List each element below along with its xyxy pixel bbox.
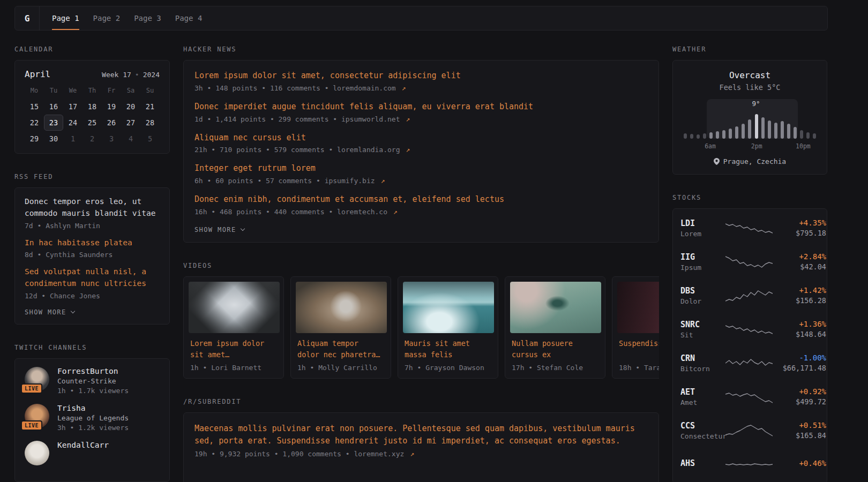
video-thumbnail[interactable]: [189, 282, 280, 333]
rss-widget-title: RSS FEED: [14, 173, 170, 180]
page-tab[interactable]: Page 2: [93, 6, 121, 30]
external-link-icon[interactable]: ↗: [380, 177, 385, 185]
calendar-day[interactable]: 24: [63, 115, 83, 131]
calendar-widget-title: CALENDAR: [14, 46, 170, 53]
external-link-icon[interactable]: ↗: [406, 146, 410, 154]
rss-show-more-button[interactable]: SHOW MORE: [25, 307, 74, 317]
external-link-icon[interactable]: ↗: [410, 450, 414, 458]
weather-bar: [729, 129, 732, 139]
subreddit-item-title[interactable]: Maecenas mollis pulvinar erat non posuer…: [194, 423, 648, 448]
calendar-day[interactable]: 28: [140, 115, 160, 131]
left-column: CALENDAR April Week 17 • 2024 MoTuWeThFr…: [14, 46, 170, 482]
weather-bar: [684, 133, 687, 139]
channel-name[interactable]: KendallCarr: [57, 441, 109, 449]
channel-name[interactable]: ForrestBurton: [57, 367, 129, 375]
time-label: 2pm: [751, 142, 762, 150]
calendar-day[interactable]: 1: [63, 131, 83, 147]
calendar-day[interactable]: 27: [121, 115, 140, 131]
hackernews-item-meta-text: 21h • 710 points • 579 comments • loreml…: [194, 146, 400, 154]
stock-id: IIG Ipsum: [680, 252, 725, 272]
stock-values: +2.84% $42.04: [773, 252, 826, 271]
app-logo[interactable]: G: [15, 6, 40, 30]
hackernews-item-title[interactable]: Aliquam nec cursus elit: [194, 132, 648, 144]
stock-id: CRN Bitcorn: [680, 353, 725, 373]
stock-row[interactable]: CCS Consectetur +0.51% $165.84: [680, 413, 819, 447]
stock-name: Sit: [680, 331, 725, 339]
stocks-widget-title: STOCKS: [672, 194, 827, 201]
twitch-channel[interactable]: LIVE Trisha League of Legends 3h • 1.2k …: [25, 404, 160, 432]
stock-row[interactable]: CRN Bitcorn -1.00% $66,171.48: [680, 346, 819, 380]
stock-row[interactable]: AHS +0.46%: [680, 447, 819, 481]
calendar-day[interactable]: 20: [121, 99, 140, 115]
video-card[interactable]: Nullam posuere cursus ex 17h • Stefan Co…: [505, 276, 605, 379]
calendar-day[interactable]: 23: [44, 115, 63, 131]
dashboard: CALENDAR April Week 17 • 2024 MoTuWeThFr…: [14, 46, 828, 482]
external-link-icon[interactable]: ↗: [406, 115, 410, 123]
calendar-day[interactable]: 21: [140, 99, 160, 115]
live-badge: LIVE: [21, 383, 42, 394]
weather-bar: [761, 117, 765, 139]
video-thumbnail[interactable]: [296, 282, 387, 333]
calendar-day[interactable]: 5: [140, 131, 160, 147]
hackernews-item-title[interactable]: Donec imperdiet augue tincidunt felis al…: [194, 101, 648, 113]
video-card[interactable]: Mauris sit amet massa felis 7h • Grayson…: [398, 276, 498, 379]
stock-name: Amet: [680, 398, 725, 406]
external-link-icon[interactable]: ↗: [393, 208, 398, 216]
twitch-channel[interactable]: LIVE KendallCarr: [25, 441, 160, 465]
page-tab[interactable]: Page 4: [175, 6, 203, 30]
video-title[interactable]: Aliquam tempor dolor nec pharetra…: [296, 338, 386, 360]
video-meta: 1h • Molly Carrillo: [296, 364, 386, 372]
video-thumbnail[interactable]: [403, 282, 494, 333]
channel-name[interactable]: Trisha: [57, 404, 129, 412]
calendar-day[interactable]: 17: [63, 99, 83, 115]
external-link-icon[interactable]: ↗: [402, 84, 406, 92]
video-thumbnail[interactable]: [617, 282, 659, 333]
calendar-day[interactable]: 29: [25, 131, 44, 147]
calendar-day[interactable]: 3: [102, 131, 121, 147]
video-thumbnail[interactable]: [510, 282, 601, 333]
calendar-day[interactable]: 19: [102, 99, 121, 115]
video-title[interactable]: Lorem ipsum dolor sit amet consectetu…: [189, 338, 279, 360]
page-tab[interactable]: Page 3: [134, 6, 161, 30]
stock-row[interactable]: IIG Ipsum +2.84% $42.04: [680, 245, 819, 278]
video-title[interactable]: Suspendisse diam: [617, 338, 659, 360]
stock-sparkline: [725, 288, 773, 303]
rss-item: Donec tempor eros leo, ut commodo mauris…: [25, 196, 160, 230]
channel-viewers: 1h • 1.7k viewers: [57, 387, 129, 395]
channel-game: League of Legends: [57, 414, 129, 422]
right-column: WEATHER Overcast Feels like 5°C 9° 6am2p…: [672, 46, 827, 482]
calendar-day[interactable]: 25: [83, 115, 102, 131]
rss-item-title[interactable]: In hac habitasse platea: [25, 237, 160, 249]
weather-bar: [748, 119, 751, 139]
rss-item-title[interactable]: Sed volutpat nulla nisl, a condimentum n…: [25, 266, 160, 290]
hackernews-item-title[interactable]: Integer eget rutrum lorem: [194, 163, 648, 175]
calendar-day[interactable]: 2: [83, 131, 102, 147]
twitch-channel[interactable]: LIVE ForrestBurton Counter-Strike 1h • 1…: [25, 367, 160, 395]
weather-bars: [682, 107, 818, 139]
channel-info: ForrestBurton Counter-Strike 1h • 1.7k v…: [57, 367, 129, 395]
video-title[interactable]: Nullam posuere cursus ex: [510, 338, 600, 360]
stock-row[interactable]: DBS Dolor +1.42% $156.28: [680, 278, 819, 312]
video-title[interactable]: Mauris sit amet massa felis: [403, 338, 493, 360]
calendar-day[interactable]: 18: [83, 99, 102, 115]
stock-row[interactable]: SNRC Sit +1.36% $148.64: [680, 312, 819, 346]
calendar-day[interactable]: 26: [102, 115, 121, 131]
stock-row[interactable]: LDI Lorem +4.35% $795.18: [680, 211, 819, 245]
calendar-day[interactable]: 16: [44, 99, 63, 115]
calendar-day[interactable]: 15: [25, 99, 44, 115]
rss-item-title[interactable]: Donec tempor eros leo, ut commodo mauris…: [25, 196, 160, 220]
rss-card: Donec tempor eros leo, ut commodo mauris…: [14, 187, 170, 325]
hackernews-item-title[interactable]: Lorem ipsum dolor sit amet, consectetur …: [194, 70, 648, 82]
calendar-day[interactable]: 22: [25, 115, 44, 131]
hackernews-item-title[interactable]: Donec enim nibh, condimentum et accumsan…: [194, 194, 648, 206]
video-card[interactable]: Lorem ipsum dolor sit amet consectetu… 1…: [183, 276, 284, 379]
calendar-day[interactable]: 4: [121, 131, 140, 147]
video-card[interactable]: Aliquam tempor dolor nec pharetra… 1h • …: [290, 276, 391, 379]
hackernews-show-more-button[interactable]: SHOW MORE: [194, 225, 244, 235]
weather-bar: [709, 132, 713, 139]
calendar-day[interactable]: 30: [44, 131, 63, 147]
video-card[interactable]: Suspendisse diam 18h • Tara: [612, 276, 659, 379]
page-tab[interactable]: Page 1: [52, 6, 79, 30]
avatar: LIVE: [25, 441, 49, 465]
stock-row[interactable]: AET Amet +0.92% $499.72: [680, 380, 819, 413]
